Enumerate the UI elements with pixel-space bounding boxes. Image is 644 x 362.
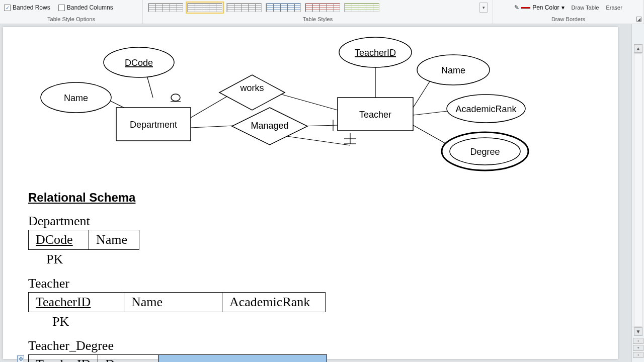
table-department[interactable]: DCode Name: [28, 230, 139, 250]
col-empty-selected[interactable]: [158, 355, 327, 363]
group-label: Table Style Options: [0, 15, 142, 24]
draw-table-button[interactable]: Draw Table: [572, 5, 599, 11]
schema-heading: Relational Schema: [28, 191, 327, 205]
table-styles-more-button[interactable]: ▾: [479, 3, 488, 13]
col-teacherid[interactable]: TeacherID: [29, 293, 124, 312]
dialog-launcher-icon[interactable]: ◢: [636, 17, 641, 22]
pen-color-swatch: [521, 7, 530, 9]
attr-name-dept: Name: [64, 93, 88, 103]
ribbon: Banded Rows Banded Columns Table Style O…: [0, 0, 644, 24]
er-diagram: Name DCode Department works Managed Teac…: [28, 27, 593, 173]
scroll-track[interactable]: [634, 53, 642, 327]
pk-note: PK: [28, 252, 327, 267]
attr-degree: Degree: [470, 147, 500, 157]
scroll-down-button[interactable]: ▼: [634, 327, 642, 336]
col-degree[interactable]: Degree: [98, 355, 158, 363]
svg-line-2: [191, 95, 229, 118]
next-page-button[interactable]: ›: [633, 352, 643, 358]
col-teacherid[interactable]: TeacherID: [29, 355, 98, 363]
checkbox-banded-rows[interactable]: Banded Rows: [4, 4, 50, 11]
table-name-teacher-degree: Teacher_Degree: [28, 338, 327, 353]
table-move-handle-icon[interactable]: ✥: [17, 355, 24, 362]
group-table-styles: ▾ Table Styles: [143, 0, 493, 24]
browse-object-nav: ‹ ∘ ›: [633, 338, 643, 358]
vertical-scrollbar[interactable]: ▲ ▼ ‹ ∘ ›: [631, 24, 644, 362]
table-style-2[interactable]: [187, 3, 222, 12]
group-label: Table Styles: [143, 15, 493, 24]
table-style-1[interactable]: [148, 3, 183, 12]
table-teacher-degree[interactable]: TeacherID Degree: [28, 354, 327, 362]
entity-department: Department: [130, 120, 177, 130]
checkbox-label: Banded Columns: [67, 4, 113, 11]
scroll-up-button[interactable]: ▲: [634, 44, 642, 53]
relational-schema-section: Relational Schema Department DCode Name …: [28, 191, 327, 362]
chevron-down-icon: ▾: [561, 4, 565, 11]
col-academicrank[interactable]: AcademicRank: [222, 293, 326, 312]
document-area: Name DCode Department works Managed Teac…: [0, 24, 631, 362]
col-name[interactable]: Name: [124, 293, 222, 312]
checkbox-icon: [58, 5, 65, 11]
table-style-4[interactable]: [266, 3, 301, 12]
page: Name DCode Department works Managed Teac…: [3, 27, 618, 359]
entity-teacher: Teacher: [359, 110, 391, 120]
table-name-teacher: Teacher: [28, 276, 327, 291]
select-browse-object-button[interactable]: ∘: [633, 345, 643, 351]
attr-academicrank: AcademicRank: [455, 104, 517, 114]
table-row: TeacherID Degree: [29, 355, 327, 363]
group-label: Draw Borders: [493, 15, 643, 24]
col-name[interactable]: Name: [89, 230, 139, 250]
table-style-3[interactable]: [226, 3, 262, 12]
attr-dcode: DCode: [125, 58, 153, 68]
pen-icon: ✎: [514, 4, 519, 11]
prev-page-button[interactable]: ‹: [633, 338, 643, 344]
rel-works: works: [239, 83, 264, 93]
eraser-button[interactable]: Eraser: [606, 5, 622, 11]
table-teacher[interactable]: TeacherID Name AcademicRank: [28, 292, 326, 312]
check-icon: [4, 5, 11, 11]
group-table-style-options: Banded Rows Banded Columns Table Style O…: [0, 0, 143, 24]
col-dcode[interactable]: DCode: [29, 230, 89, 250]
attr-name-teacher: Name: [441, 65, 465, 75]
checkbox-banded-columns[interactable]: Banded Columns: [58, 4, 113, 11]
table-row: TeacherID Name AcademicRank: [29, 293, 326, 312]
pen-color-button[interactable]: ✎ Pen Color ▾: [514, 4, 564, 11]
svg-line-12: [413, 80, 431, 108]
svg-line-4: [275, 93, 338, 110]
svg-point-9: [171, 94, 180, 101]
rel-managed: Managed: [251, 121, 288, 131]
pen-color-label: Pen Color: [532, 4, 559, 11]
group-draw-borders: ✎ Pen Color ▾ Draw Table Eraser Draw Bor…: [493, 0, 644, 24]
attr-teacherid: TeacherID: [355, 48, 396, 58]
table-name-department: Department: [28, 214, 327, 229]
checkbox-label: Banded Rows: [13, 4, 50, 11]
table-style-6[interactable]: [344, 3, 379, 12]
table-style-5[interactable]: [305, 3, 340, 12]
table-row: DCode Name: [29, 230, 139, 250]
pk-note: PK: [28, 314, 327, 329]
